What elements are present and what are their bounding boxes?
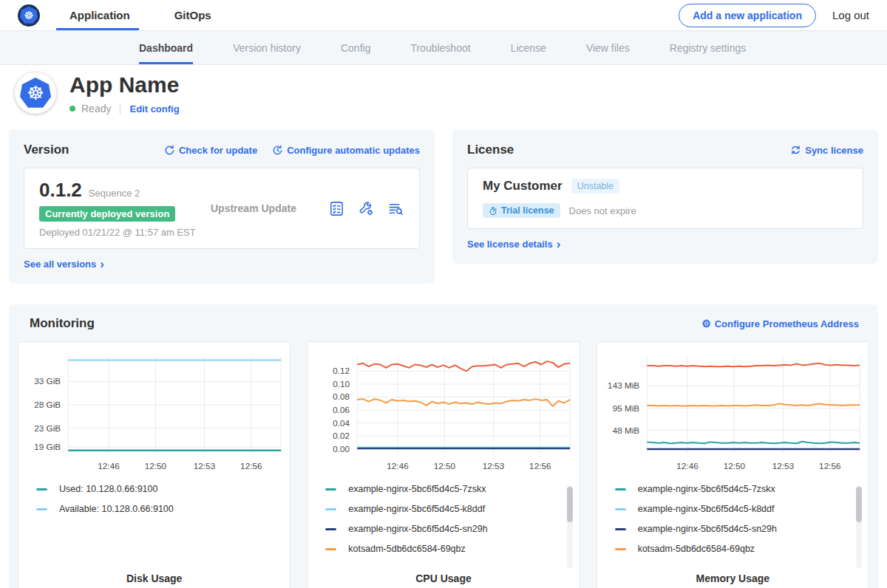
see-license-details-link[interactable]: See license details› [467, 239, 560, 250]
cpu-usage-chart: 0.000.020.040.060.080.100.1212:4612:5012… [307, 349, 579, 481]
legend-scrollbar-thumb[interactable] [567, 487, 573, 522]
svg-text:143 MiB: 143 MiB [608, 380, 639, 390]
deployed-date: Deployed 01/21/22 @ 11:57 am EST [39, 227, 211, 238]
legend-item: kotsadm-5db6dc6584-69qbz [325, 544, 579, 554]
legend-label: kotsadm-5db6dc6584-69qbz [348, 544, 465, 554]
add-application-button[interactable]: Add a new application [679, 4, 816, 27]
release-type-label: Upstream Update [211, 202, 296, 214]
tab-license[interactable]: License [511, 31, 546, 64]
legend-scrollbar-thumb[interactable] [856, 487, 862, 522]
refresh-icon [164, 145, 175, 156]
tab-version-history[interactable]: Version history [233, 31, 301, 64]
configure-automatic-updates-link[interactable]: Configure automatic updates [272, 145, 420, 156]
svg-text:12:46: 12:46 [387, 461, 409, 471]
svg-text:0.06: 0.06 [333, 405, 350, 414]
legend-label: example-nginx-5bc6f5d4c5-7zskx [348, 484, 486, 494]
tab-registry-settings[interactable]: Registry settings [670, 31, 746, 64]
svg-text:12:56: 12:56 [240, 461, 262, 471]
sync-license-link[interactable]: Sync license [790, 145, 863, 156]
svg-text:12:46: 12:46 [98, 461, 119, 471]
chevron-right-icon: › [557, 241, 561, 248]
version-card: Version Check for update Configure autom… [9, 129, 435, 284]
legend-item: example-nginx-5bc6f5d4c5-7zskx [325, 484, 579, 494]
tab-dashboard[interactable]: Dashboard [139, 31, 193, 64]
auto-update-clock-icon [272, 145, 283, 156]
svg-text:0.12: 0.12 [333, 366, 350, 375]
customer-name: My Customer [483, 179, 563, 194]
legend-label: example-nginx-5bc6f5d4c5-7zskx [638, 484, 775, 494]
svg-text:12:46: 12:46 [676, 461, 698, 471]
nav-tab-gitops[interactable]: GitOps [170, 0, 216, 30]
series-line [647, 363, 860, 366]
configure-prometheus-link[interactable]: ⚙ Configure Prometheus Address [701, 318, 859, 329]
license-card-title: License [467, 143, 514, 157]
divider [120, 103, 120, 114]
legend-scrollbar[interactable] [856, 485, 862, 568]
svg-text:12:53: 12:53 [483, 461, 504, 471]
view-logs-icon[interactable] [387, 200, 404, 217]
svg-text:0.02: 0.02 [333, 431, 350, 440]
series-line [358, 399, 571, 406]
monitoring-panel: Monitoring ⚙ Configure Prometheus Addres… [9, 304, 878, 588]
chart-title: Disk Usage [18, 572, 290, 584]
tab-config[interactable]: Config [341, 31, 370, 64]
channel-badge: Unstable [571, 179, 619, 194]
legend-label: kotsadm-5db6dc6584-69qbz [638, 544, 755, 554]
svg-text:48 MiB: 48 MiB [612, 425, 639, 435]
svg-text:0.00: 0.00 [333, 444, 350, 454]
cpu-usage-chart-card: 0.000.020.040.060.080.100.1212:4612:5012… [307, 341, 580, 588]
stopwatch-icon [489, 206, 497, 216]
legend-swatch [325, 508, 336, 510]
svg-text:12:56: 12:56 [529, 461, 551, 471]
svg-text:19 GiB: 19 GiB [34, 442, 61, 451]
legend-label: Used: 10.128.0.66:9100 [59, 484, 157, 494]
legend-item: Used: 10.128.0.66:9100 [36, 484, 290, 494]
logout-link[interactable]: Log out [832, 9, 869, 21]
legend-swatch [325, 488, 336, 490]
legend-item: Available: 10.128.0.66:9100 [36, 504, 290, 514]
svg-text:12:56: 12:56 [819, 461, 840, 471]
svg-text:0.08: 0.08 [333, 392, 350, 402]
legend-swatch [325, 548, 336, 550]
license-expiry-text: Does not expire [569, 205, 636, 216]
legend-swatch [325, 528, 336, 530]
memory-usage-legend: example-nginx-5bc6f5d4c5-7zskxexample-ng… [615, 484, 869, 571]
nav-tab-application[interactable]: Application [65, 0, 135, 30]
status-dot [69, 106, 75, 112]
legend-item: example-nginx-5bc6f5d4c5-sn29h [615, 524, 869, 534]
svg-text:12:50: 12:50 [145, 461, 166, 471]
disk-usage-legend: Used: 10.128.0.66:9100Available: 10.128.… [36, 484, 290, 571]
edit-config-link[interactable]: Edit config [129, 103, 179, 114]
check-for-update-link[interactable]: Check for update [164, 145, 257, 156]
legend-scrollbar[interactable] [567, 485, 573, 568]
license-card: License Sync license My Customer Unstabl… [452, 129, 878, 264]
chevron-right-icon: › [100, 261, 104, 268]
kubernetes-logo-icon: ☸ [18, 4, 40, 27]
sequence-label: Sequence 2 [89, 188, 140, 199]
sync-icon [790, 145, 801, 155]
legend-label: Available: 10.128.0.66:9100 [59, 504, 174, 514]
legend-item: example-nginx-5bc6f5d4c5-sn29h [325, 524, 579, 534]
tab-view-files[interactable]: View files [586, 31, 630, 64]
legend-swatch [615, 488, 626, 490]
svg-text:95 MiB: 95 MiB [612, 403, 639, 413]
preflight-checklist-icon[interactable] [328, 200, 345, 217]
config-wrench-icon[interactable] [358, 200, 375, 217]
app-header: ☸ App Name Ready Edit config [0, 65, 887, 126]
legend-item: example-nginx-5bc6f5d4c5-k8ddf [325, 504, 579, 514]
legend-swatch [36, 488, 47, 490]
version-number: 0.1.2 [39, 179, 82, 202]
tab-troubleshoot[interactable]: Troubleshoot [410, 31, 470, 64]
see-all-versions-link[interactable]: See all versions› [24, 259, 104, 270]
memory-usage-chart-card: 48 MiB95 MiB143 MiB12:4612:5012:5312:56 … [597, 341, 869, 588]
svg-text:28 GiB: 28 GiB [34, 400, 61, 409]
app-kubernetes-icon: ☸ [15, 72, 56, 114]
svg-text:12:53: 12:53 [194, 461, 215, 471]
legend-swatch [615, 508, 626, 510]
disk-usage-chart-card: 19 GiB23 GiB28 GiB33 GiB12:4612:5012:531… [18, 341, 290, 588]
series-line [647, 442, 860, 444]
currently-deployed-badge: Currently deployed version [39, 206, 175, 222]
gear-icon: ⚙ [701, 318, 711, 329]
memory-usage-chart: 48 MiB95 MiB143 MiB12:4612:5012:5312:56 [597, 349, 869, 481]
version-card-title: Version [24, 143, 69, 157]
